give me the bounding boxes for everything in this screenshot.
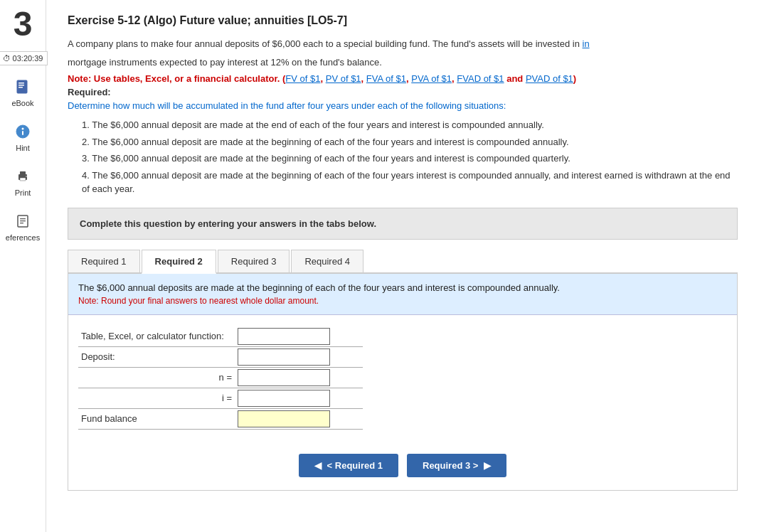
list-item-2: 2. The $6,000 annual deposit are made at…: [82, 135, 738, 149]
input-cell-i: [235, 388, 363, 408]
list-item-4: 4. The $6,000 annual deposit are made at…: [82, 169, 738, 196]
link-pv[interactable]: PV of $1: [326, 73, 361, 84]
exercise-title: Exercise 5-12 (Algo) Future value; annui…: [68, 14, 738, 27]
input-table-func[interactable]: [238, 328, 330, 345]
link-pva[interactable]: PVA of $1: [411, 73, 452, 84]
main-content: Exercise 5-12 (Algo) Future value; annui…: [46, 0, 759, 532]
sidebar-item-print[interactable]: Print: [0, 159, 46, 204]
instruction-box: Complete this question by entering your …: [68, 208, 738, 240]
table-row-deposit: Deposit:: [78, 346, 363, 367]
tab-required-1[interactable]: Required 1: [68, 250, 140, 272]
svg-rect-12: [20, 218, 26, 219]
input-cell-fund-balance: [235, 408, 363, 429]
sidebar-number: 3: [14, 7, 33, 41]
link-fvad[interactable]: FVAD of $1: [457, 73, 504, 84]
print-icon: [13, 166, 33, 186]
timer-icon: ⏱: [3, 54, 11, 63]
print-label: Print: [15, 188, 31, 197]
svg-rect-14: [20, 223, 23, 223]
svg-rect-2: [18, 85, 24, 86]
label-i: i =: [78, 388, 235, 408]
svg-point-10: [26, 176, 27, 177]
ebook-icon: [13, 77, 33, 97]
required-label: Required:: [68, 87, 738, 97]
svg-rect-9: [20, 178, 26, 181]
references-icon: [13, 211, 33, 231]
input-deposit[interactable]: [238, 349, 330, 366]
required-desc: Determine how much will be accumulated i…: [68, 100, 738, 111]
ebook-label: eBook: [11, 99, 33, 107]
tab-required-4[interactable]: Required 4: [291, 250, 363, 272]
input-cell-func: [235, 326, 363, 347]
prev-arrow-icon: ◀: [314, 460, 322, 471]
note-text: Note: Use tables, Excel, or a financial …: [68, 73, 738, 84]
tab-required-2[interactable]: Required 2: [142, 250, 216, 274]
input-n[interactable]: [238, 369, 330, 386]
tabs-container: Required 1 Required 2 Required 3 Require…: [68, 250, 738, 274]
link-fva[interactable]: FVA of $1: [366, 73, 406, 84]
svg-rect-6: [22, 131, 23, 135]
tab-required-3[interactable]: Required 3: [218, 250, 290, 272]
sidebar-item-ebook[interactable]: eBook: [0, 70, 46, 115]
nav-buttons: ◀ < Required 1 Required 3 > ▶: [68, 441, 737, 490]
link-pvad[interactable]: PVAD of $1: [526, 73, 573, 84]
timer-display: ⏱ 03:20:39: [0, 51, 48, 65]
table-row-i: i =: [78, 388, 363, 408]
label-table-func: Table, Excel, or calculator function:: [78, 326, 235, 347]
tab-content: The $6,000 annual deposits are made at t…: [68, 274, 738, 491]
intro-text-1: A company plans to make four annual depo…: [68, 37, 738, 51]
next-arrow-icon: ▶: [484, 460, 491, 471]
numbered-list: 1. The $6,000 annual deposit are made at…: [68, 118, 738, 196]
svg-rect-8: [20, 171, 26, 175]
list-item-1: 1. The $6,000 annual deposit are made at…: [82, 118, 738, 132]
svg-rect-3: [18, 87, 23, 88]
sidebar-item-hint[interactable]: Hint: [0, 115, 46, 159]
tab-note: Note: Round your final answers to neares…: [78, 296, 727, 306]
form-table: Table, Excel, or calculator function: De…: [78, 326, 363, 430]
prev-button[interactable]: ◀ < Required 1: [299, 454, 398, 477]
intro-text-2: mortgage instruments expected to pay int…: [68, 55, 738, 70]
label-n: n =: [78, 367, 235, 388]
references-label: eferences: [6, 233, 40, 242]
sidebar: 3 ⏱ 03:20:39 eBook Hint: [0, 0, 46, 532]
next-button[interactable]: Required 3 > ▶: [407, 454, 506, 477]
label-fund-balance: Fund balance: [78, 408, 235, 429]
svg-point-5: [22, 128, 24, 130]
input-fund-balance[interactable]: [238, 410, 330, 427]
hint-icon: [13, 122, 33, 142]
list-item-3: 3. The $6,000 annual deposit are made at…: [82, 151, 738, 166]
input-cell-deposit: [235, 346, 363, 367]
svg-rect-1: [18, 83, 24, 84]
table-row-fund-balance: Fund balance: [78, 408, 363, 429]
hint-label: Hint: [16, 144, 30, 152]
timer-value: 03:20:39: [13, 54, 43, 63]
sidebar-item-references[interactable]: eferences: [0, 204, 46, 249]
inline-link[interactable]: in: [583, 38, 590, 49]
link-fv[interactable]: FV of $1: [285, 73, 320, 84]
svg-rect-13: [20, 220, 26, 221]
tab-info-box: The $6,000 annual deposits are made at t…: [68, 274, 737, 315]
table-row-function: Table, Excel, or calculator function:: [78, 326, 363, 347]
table-row-n: n =: [78, 367, 363, 388]
input-i[interactable]: [238, 390, 330, 407]
input-cell-n: [235, 367, 363, 388]
label-deposit: Deposit:: [78, 346, 235, 367]
